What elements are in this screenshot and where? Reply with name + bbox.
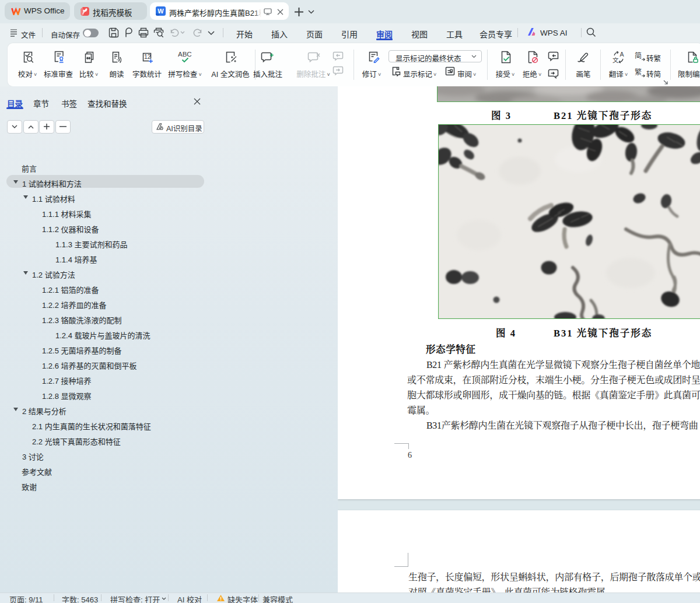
svg-text:简: 简 [635, 51, 642, 60]
svg-text:12: 12 [144, 53, 151, 60]
svg-text:A: A [620, 51, 624, 58]
svg-text:繁: 繁 [635, 68, 642, 76]
svg-text:ABC: ABC [178, 51, 192, 58]
svg-text:文: 文 [612, 55, 619, 64]
svg-text:W: W [158, 8, 164, 15]
